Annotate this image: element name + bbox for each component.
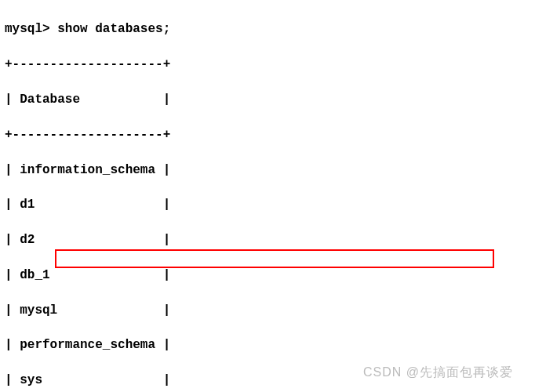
terminal-output: mysql> show databases; +----------------… [5,3,530,392]
table-row: | information_schema | [5,162,530,179]
table-row: | d2 | [5,231,530,249]
table-header: | Database | [5,91,530,108]
table-row: | mysql | [5,302,530,319]
table-row: | d1 | [5,196,530,213]
table-border-top: +--------------------+ [5,56,530,73]
prompt: mysql> [5,22,50,36]
table-border-mid: +--------------------+ [5,126,530,143]
sql-command[interactable]: show databases; [57,22,170,36]
watermark-text: CSDN @先搞面包再谈爱 [363,364,513,381]
table-row: | performance_schema | [5,336,530,354]
table-row: | db_1 | [5,267,530,284]
command-line-1: mysql> show databases; [5,20,530,38]
